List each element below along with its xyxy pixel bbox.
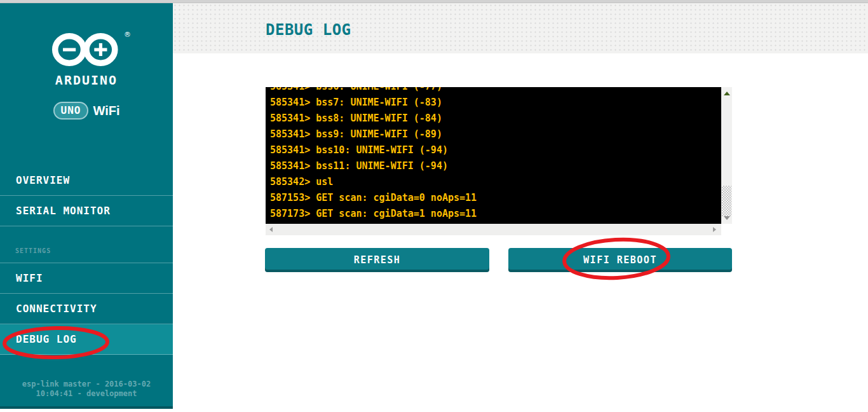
log-line: 585341> bss9: UNIME-WIFI (-89) [270,127,721,142]
page-title: DEBUG LOG [266,21,351,39]
refresh-button[interactable]: REFRESH [265,248,489,272]
sidebar-item-connectivity[interactable]: CONNECTIVITY [0,294,173,324]
log-line: 585342> usl [270,174,721,190]
sidebar-item-debug-log[interactable]: DEBUG LOG [0,324,173,355]
debug-console: 585341> bss6: UNIME-WIFI (-77) 585341> b… [266,87,732,235]
product-badge: UNO WiFi [0,102,173,120]
log-line: 587153> GET scan: cgiData=0 noAps=11 [270,190,721,206]
sidebar-item-wifi[interactable]: WIFI [0,263,173,294]
sidebar-item-overview[interactable]: OVERVIEW [0,165,173,196]
settings-section-label: SETTINGS [15,247,51,254]
version-footer-line1: esp-link master - 2016-03-02 [0,380,173,389]
uno-badge: UNO [53,102,89,120]
scroll-up-icon[interactable] [724,92,730,95]
vertical-scrollbar[interactable] [721,87,732,224]
wifi-reboot-button[interactable]: WIFI REBOOT [508,248,732,272]
log-line: 585341> bss10: UNIME-WIFI (-94) [270,142,721,158]
scroll-right-icon[interactable] [713,227,716,232]
log-line: 585341> bss6: UNIME-WIFI (-77) [270,87,721,95]
log-line: 587173> GET scan: cgiData=1 noAps=11 [270,206,721,222]
registered-mark: ® [124,31,131,39]
console-output[interactable]: 585341> bss6: UNIME-WIFI (-77) 585341> b… [266,87,721,224]
version-footer-line2: 10:04:41 - development [0,389,173,399]
sidebar-nav: OVERVIEW SERIAL MONITOR SETTINGS WIFI CO… [0,165,173,355]
arduino-logo-icon [51,32,122,67]
scroll-left-icon[interactable] [269,227,273,232]
brand: ® ARDUINO UNO WiFi [0,32,173,120]
settings-section: SETTINGS [0,226,173,263]
horizontal-scrollbar[interactable] [266,224,721,235]
page: ® ARDUINO UNO WiFi OVERVIEW SERIAL MONIT… [0,0,868,412]
version-footer: esp-link master - 2016-03-02 10:04:41 - … [0,380,173,399]
log-line: 585341> bss7: UNIME-WIFI (-83) [270,95,721,111]
vertical-scrollbar-thumb[interactable] [722,186,731,216]
page-header: DEBUG LOG [173,3,868,53]
logo-wrap: ® [51,32,122,70]
sidebar-item-serial-monitor[interactable]: SERIAL MONITOR [0,196,173,226]
sidebar: ® ARDUINO UNO WiFi OVERVIEW SERIAL MONIT… [0,3,173,409]
wifi-wordmark: WiFi [93,104,119,118]
brand-name: ARDUINO [0,72,173,88]
scroll-down-icon[interactable] [724,216,730,220]
log-line: 585341> bss8: UNIME-WIFI (-84) [270,111,721,127]
log-line: 585341> bss11: UNIME-WIFI (-94) [270,158,721,174]
